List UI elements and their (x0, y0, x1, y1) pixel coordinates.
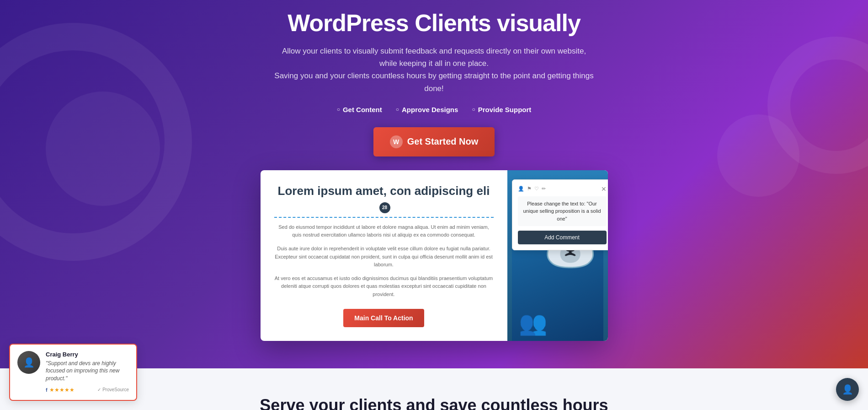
preview-para1: Sed do eiusmod tempor incididunt ut labo… (274, 223, 494, 239)
close-popup-button[interactable]: ✕ (601, 185, 607, 193)
people-silhouette-icon: 👥 (519, 310, 547, 336)
comment-popup: 👤 ⚑ ♡ ✏ ✕ Please change the text to: "Ou… (512, 179, 608, 251)
preview-para3: At vero eos et accusamus et iusto odio d… (274, 275, 494, 299)
floating-avatar-button[interactable]: 👤 (836, 378, 859, 401)
decorative-circle-right2 (717, 114, 799, 197)
hero-subtitle: Allow your clients to visually submit fe… (274, 45, 594, 95)
preview-para2: Duis aute irure dolor in reprehenderit i… (274, 245, 494, 269)
testimonial-card: 👤 Craig Berry "Support and devs are high… (9, 344, 137, 401)
avatar-face: 👤 (17, 351, 40, 374)
flag-icon: ⚑ (527, 186, 532, 192)
star-rating: ★★★★★ (49, 387, 75, 393)
preview-card: Lorem ipsum amet, con adipiscing eli 28 … (261, 170, 608, 341)
preview-content-area: Lorem ipsum amet, con adipiscing eli 28 … (261, 170, 507, 341)
avatar: 👤 (17, 351, 40, 374)
testimonial-content: Craig Berry "Support and devs are highly… (46, 351, 129, 394)
edit-icon: ✏ (542, 186, 546, 192)
hero-section: WordPress Clients visually Allow your cl… (0, 0, 868, 368)
add-comment-button[interactable]: Add Comment (518, 231, 607, 244)
testimonial-quote: "Support and devs are highly focused on … (46, 360, 129, 383)
get-started-button[interactable]: W Get Started Now (373, 127, 495, 156)
heart-icon: ♡ (534, 186, 539, 192)
comment-popup-header: 👤 ⚑ ♡ ✏ ✕ (518, 185, 607, 193)
lower-section-title: Serve your clients and save countless ho… (46, 396, 822, 410)
comment-icons: 👤 ⚑ ♡ ✏ (518, 186, 546, 192)
preview-heading: Lorem ipsum amet, con adipiscing eli 28 (274, 184, 494, 218)
comment-popup-text: Please change the text to: "Our unique s… (518, 196, 607, 227)
hero-title: WordPress Clients visually (18, 9, 850, 37)
user-icon: 👤 (518, 186, 524, 192)
hero-features: Get Content Approve Designs Provide Supp… (18, 106, 850, 113)
main-cta-button[interactable]: Main Call To Action (343, 309, 424, 327)
facebook-icon: f (46, 387, 48, 393)
testimonial-name: Craig Berry (46, 351, 129, 358)
preview-wrapper: Lorem ipsum amet, con adipiscing eli 28 … (261, 170, 608, 341)
feature-provide-support: Provide Support (472, 106, 531, 113)
feature-approve-designs: Approve Designs (396, 106, 458, 113)
feature-get-content: Get Content (337, 106, 382, 113)
comment-badge: 28 (379, 202, 390, 213)
wp-logo-icon: W (390, 135, 403, 148)
testimonial-footer: f ★★★★★ ✓ ProveSource (46, 385, 129, 394)
prove-source-badge: ✓ ProveSource (97, 387, 129, 392)
